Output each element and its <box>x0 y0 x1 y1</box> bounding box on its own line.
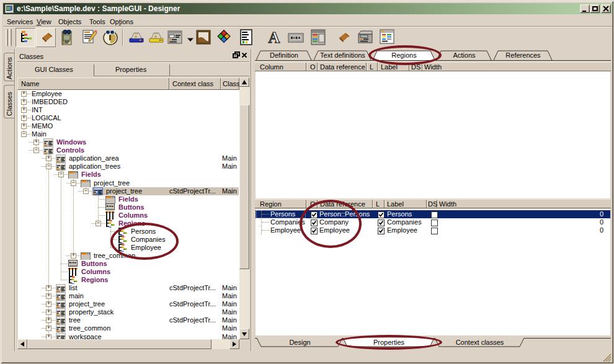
svg-text:References: References <box>505 51 541 59</box>
svg-text:Text definitions: Text definitions <box>320 51 365 59</box>
svg-text:Design: Design <box>289 339 310 346</box>
svg-text:Definition: Definition <box>270 51 298 59</box>
svg-text:Context classes: Context classes <box>456 339 504 346</box>
svg-text:Actions: Actions <box>453 51 476 59</box>
svg-text:A: A <box>269 29 280 46</box>
